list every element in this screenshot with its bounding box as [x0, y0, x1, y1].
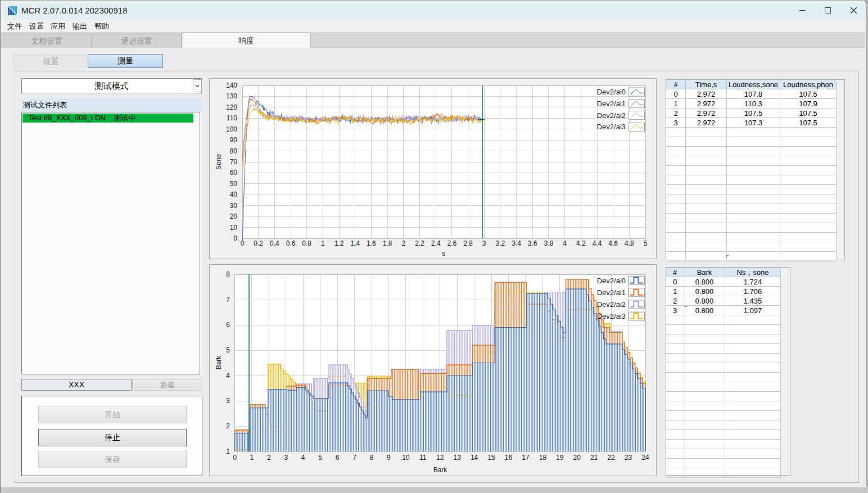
svg-text:19: 19 [556, 454, 564, 462]
svg-text:Dev2/ai0: Dev2/ai0 [597, 277, 626, 285]
svg-text:60: 60 [230, 169, 238, 177]
svg-text:Bark: Bark [433, 466, 448, 474]
svg-text:Dev2/ai1: Dev2/ai1 [597, 288, 626, 297]
svg-text:40: 40 [230, 191, 238, 198]
svg-text:9: 9 [387, 454, 391, 462]
svg-text:12: 12 [436, 454, 444, 462]
svg-text:11: 11 [419, 454, 427, 462]
svg-text:20: 20 [230, 212, 238, 220]
svg-text:4.2: 4.2 [576, 239, 586, 247]
svg-text:4: 4 [301, 454, 305, 462]
svg-text:2.2: 2.2 [415, 239, 424, 247]
svg-text:1.2: 1.2 [334, 239, 344, 247]
svg-text:2: 2 [267, 454, 271, 462]
svg-text:130: 130 [226, 92, 237, 100]
svg-text:20: 20 [573, 454, 581, 462]
svg-text:2.4: 2.4 [431, 239, 441, 247]
svg-text:120: 120 [226, 103, 237, 111]
svg-text:5: 5 [226, 346, 230, 354]
svg-text:90: 90 [230, 136, 238, 144]
svg-text:8: 8 [226, 270, 230, 278]
svg-text:1: 1 [226, 447, 230, 455]
svg-text:1: 1 [321, 239, 325, 247]
svg-text:13: 13 [454, 454, 462, 462]
svg-text:16: 16 [505, 454, 513, 462]
svg-text:3.4: 3.4 [512, 239, 521, 247]
svg-text:0.4: 0.4 [270, 239, 279, 247]
svg-text:1.6: 1.6 [367, 239, 376, 247]
svg-text:23: 23 [625, 454, 632, 462]
svg-text:Dev2/ai3: Dev2/ai3 [597, 312, 626, 320]
svg-text:2.6: 2.6 [447, 239, 456, 247]
svg-text:8: 8 [370, 454, 374, 462]
svg-text:5: 5 [318, 454, 322, 462]
svg-text:s: s [442, 250, 445, 257]
svg-text:18: 18 [539, 454, 547, 462]
svg-text:30: 30 [230, 202, 238, 210]
svg-text:22: 22 [607, 454, 615, 462]
svg-text:Bark: Bark [215, 355, 223, 370]
svg-text:0: 0 [233, 234, 237, 242]
svg-text:0.6: 0.6 [286, 239, 296, 247]
svg-text:Dev2/ai0: Dev2/ai0 [597, 88, 626, 96]
svg-text:3.2: 3.2 [496, 239, 505, 247]
svg-text:15: 15 [487, 454, 495, 462]
svg-text:4.4: 4.4 [593, 239, 602, 247]
svg-text:100: 100 [226, 125, 237, 133]
svg-text:Dev2/ai2: Dev2/ai2 [597, 300, 626, 309]
svg-text:70: 70 [230, 158, 238, 166]
svg-text:3: 3 [482, 239, 486, 247]
svg-text:140: 140 [226, 82, 237, 89]
svg-text:21: 21 [590, 454, 598, 462]
svg-text:4: 4 [226, 372, 230, 379]
svg-text:3: 3 [284, 454, 288, 462]
svg-text:50: 50 [230, 180, 238, 188]
svg-text:0.8: 0.8 [302, 239, 311, 247]
svg-text:Dev2/ai1: Dev2/ai1 [597, 99, 626, 108]
svg-text:1: 1 [250, 454, 254, 462]
svg-text:2: 2 [401, 239, 405, 247]
svg-text:3.6: 3.6 [528, 239, 537, 247]
svg-text:0: 0 [233, 454, 237, 462]
svg-text:6: 6 [336, 454, 340, 462]
svg-text:Sone: Sone [215, 154, 223, 170]
svg-text:2: 2 [226, 422, 230, 430]
svg-text:1.8: 1.8 [383, 239, 392, 247]
svg-text:0.2: 0.2 [254, 239, 263, 247]
svg-text:7: 7 [226, 296, 230, 304]
svg-text:24: 24 [641, 454, 649, 462]
svg-text:17: 17 [522, 454, 530, 462]
svg-text:Dev2/ai3: Dev2/ai3 [597, 123, 626, 131]
svg-text:7: 7 [352, 454, 356, 462]
svg-text:1.4: 1.4 [350, 239, 360, 247]
svg-text:5: 5 [644, 239, 648, 247]
svg-text:80: 80 [230, 147, 238, 155]
svg-text:3.8: 3.8 [544, 239, 554, 247]
svg-text:3: 3 [226, 397, 230, 405]
svg-text:4.8: 4.8 [625, 239, 634, 247]
svg-text:10: 10 [402, 454, 410, 462]
svg-text:110: 110 [227, 114, 237, 122]
svg-text:6: 6 [226, 321, 230, 329]
svg-text:0: 0 [241, 239, 245, 247]
svg-text:Dev2/ai2: Dev2/ai2 [597, 111, 626, 120]
svg-text:4.6: 4.6 [608, 239, 618, 247]
svg-text:10: 10 [230, 224, 238, 232]
svg-text:14: 14 [471, 454, 478, 462]
svg-text:4: 4 [563, 239, 567, 247]
svg-text:2.8: 2.8 [463, 239, 473, 247]
